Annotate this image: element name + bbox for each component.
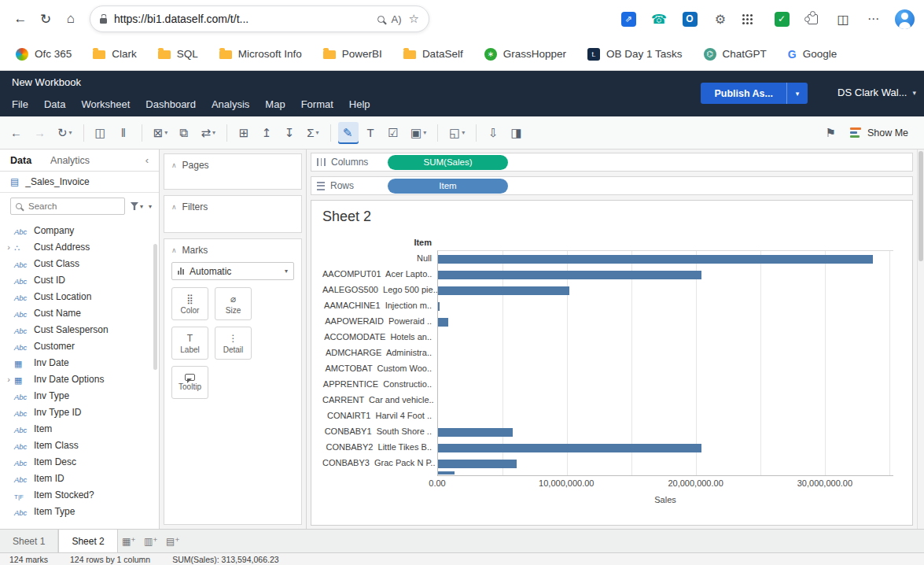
bar-mark[interactable]	[438, 255, 873, 264]
row-label[interactable]: CONAIRT1 Harvil 4 Foot ..	[322, 408, 437, 423]
label-icon[interactable]: T Label	[171, 327, 208, 360]
mark-type-dropdown[interactable]: Automatic ▾	[171, 262, 294, 280]
row-label[interactable]	[322, 471, 437, 475]
field-row[interactable]: Abc Company	[0, 222, 159, 238]
field-row[interactable]: Abc Inv Type ID	[0, 404, 159, 420]
bar-mark[interactable]	[438, 471, 455, 475]
swap-rows-columns-icon[interactable]: ⇄ ▾	[197, 122, 219, 144]
highlight-icon[interactable]: ✎	[338, 122, 359, 144]
field-row[interactable]: › ∴ Cust Address	[0, 238, 159, 255]
fit-icon[interactable]: ◱ ▾	[445, 122, 469, 144]
bookmark[interactable]: DataSelf	[403, 48, 463, 60]
clear-sheet-icon[interactable]: ⊠ ▾	[149, 122, 172, 144]
scrollbar-thumb[interactable]	[918, 151, 923, 261]
field-filter-button[interactable]: ▾	[131, 202, 143, 210]
bookmark[interactable]: t. OB Day 1 Tasks	[587, 48, 683, 61]
totals-icon[interactable]: Σ ▾	[303, 122, 323, 144]
duplicate-sheet-icon[interactable]: ⧉	[174, 122, 194, 144]
tasks-extension-icon[interactable]: ✓	[771, 9, 792, 29]
pages-shelf[interactable]: ∧ Pages	[164, 153, 302, 190]
user-menu[interactable]: DS Clark Wal... ▾	[837, 87, 916, 98]
view-options-caret[interactable]: ▾	[149, 203, 152, 210]
favorite-star-icon[interactable]: ☆	[409, 12, 419, 26]
color-icon[interactable]: ⣿ Color	[171, 287, 208, 320]
datasource-row[interactable]: ▤ _Sales_Invoice	[0, 172, 159, 193]
field-row[interactable]: Abc Cust Location	[0, 288, 159, 305]
data-pane-scrollbar[interactable]	[153, 244, 157, 370]
field-row[interactable]: Abc Item Class	[0, 437, 159, 453]
refresh-button[interactable]: ↻	[33, 6, 58, 31]
grasshopper-extension-icon[interactable]: ☎	[649, 9, 669, 29]
field-row[interactable]: › ▦ Inv Date Options	[0, 371, 159, 387]
row-label[interactable]: CONBABY1 South Shore ..	[322, 423, 437, 439]
columns-shelf[interactable]: Columns SUM(Sales)	[311, 153, 913, 172]
show-me-button[interactable]: Show Me	[850, 127, 908, 138]
outlook-extension-icon[interactable]: O	[679, 9, 700, 29]
tooltip-icon[interactable]: Tooltip	[171, 366, 208, 399]
field-row[interactable]: Abc Cust Name	[0, 305, 159, 321]
back-button[interactable]: ←	[8, 6, 33, 31]
url-text[interactable]: https://bi1.dataself.com/t/t...	[114, 13, 370, 25]
vertical-scrollbar[interactable]	[917, 150, 924, 529]
menu-item[interactable]: Format	[293, 92, 341, 116]
new-story-icon[interactable]: ▤⁺	[162, 530, 184, 552]
profile-avatar[interactable]	[894, 9, 915, 29]
menu-item[interactable]: File	[4, 92, 36, 116]
row-label[interactable]: AACOMPUT01 Acer Lapto..	[322, 266, 437, 282]
menu-item[interactable]: Dashboard	[138, 92, 204, 116]
field-row[interactable]: Abc Cust Salesperson	[0, 321, 159, 338]
collapse-pane-icon[interactable]: ‹	[145, 154, 149, 166]
apps-grid-extension-icon[interactable]	[741, 9, 761, 29]
field-row[interactable]: Abc Item Type	[0, 503, 159, 519]
row-label[interactable]: AALEGOS500 Lego 500 pie..	[322, 282, 437, 297]
field-row[interactable]: Abc Item	[0, 420, 159, 437]
read-aloud-icon[interactable]: A)	[392, 13, 402, 25]
tab-data[interactable]: Data	[10, 155, 31, 166]
field-row[interactable]: Abc Cust Class	[0, 255, 159, 271]
field-row[interactable]: T|F Item Stocked?	[0, 486, 159, 503]
search-input[interactable]	[27, 201, 120, 212]
zoom-icon[interactable]	[377, 16, 385, 23]
pause-auto-updates-icon[interactable]: ‖	[114, 122, 134, 144]
column-header[interactable]: Item	[322, 234, 437, 250]
bar-mark[interactable]	[438, 460, 517, 468]
home-button[interactable]: ⌂	[58, 6, 83, 31]
bar-mark[interactable]	[438, 428, 513, 437]
publish-dropdown-caret[interactable]: ▾	[786, 83, 808, 104]
menu-item[interactable]: Analysis	[204, 92, 257, 116]
field-row[interactable]: Abc Customer	[0, 338, 159, 354]
bookmark[interactable]: Microsoft Info	[219, 48, 302, 60]
expand-arrow-icon[interactable]: ›	[5, 242, 13, 252]
bookmark[interactable]: Clark	[93, 48, 137, 60]
row-label[interactable]: CONBABY3 Grac Pack N P..	[322, 455, 437, 471]
extensions-puzzle-icon[interactable]	[802, 9, 823, 29]
field-row[interactable]: Abc Inv Type	[0, 387, 159, 404]
new-dashboard-icon[interactable]: ▥⁺	[140, 530, 162, 552]
bookmark[interactable]: SQL	[158, 48, 198, 60]
field-row[interactable]: Abc Cust ID	[0, 271, 159, 288]
bar-mark[interactable]	[438, 302, 440, 311]
rows-shelf[interactable]: Rows Item	[311, 176, 913, 195]
sheet-tab[interactable]: Sheet 1	[0, 530, 58, 552]
menu-item[interactable]: Map	[257, 92, 293, 116]
menu-item[interactable]: Data	[36, 92, 73, 116]
bookmark[interactable]: PowerBI	[323, 48, 382, 60]
pill-item[interactable]: Item	[388, 179, 508, 194]
bookmark[interactable]: ⌬ ChatGPT	[704, 48, 767, 61]
search-box[interactable]	[10, 198, 125, 215]
sheet-tab[interactable]: Sheet 2	[58, 530, 117, 552]
pill-sum-sales[interactable]: SUM(Sales)	[388, 155, 508, 170]
tab-analytics[interactable]: Analytics	[50, 155, 90, 166]
capture-extension-icon[interactable]: ⇗	[618, 9, 639, 29]
group-members-icon[interactable]: ⊞	[234, 122, 255, 144]
story-points-icon[interactable]: ⚑	[825, 126, 835, 140]
address-bar[interactable]: https://bi1.dataself.com/t/t... A) ☆	[90, 6, 429, 32]
menu-item[interactable]: Help	[341, 92, 378, 116]
row-label[interactable]: ACCOMODATE Hotels an..	[322, 329, 437, 345]
row-label[interactable]: AAMACHINE1 Injection m..	[322, 297, 437, 313]
filters-shelf[interactable]: ∧ Filters	[164, 195, 302, 233]
bookmark[interactable]: Ofc 365	[16, 48, 72, 61]
size-icon[interactable]: ⌀ Size	[215, 287, 252, 320]
row-label[interactable]: Null	[322, 250, 437, 266]
row-label[interactable]: AMCTOBAT Custom Woo..	[322, 360, 437, 376]
